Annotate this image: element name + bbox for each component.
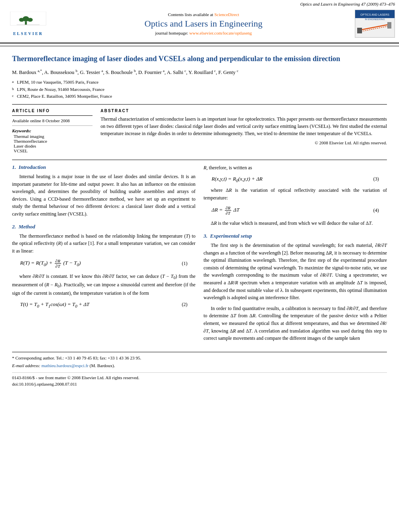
keyword-vcsel: VCSEL <box>14 148 93 153</box>
svg-rect-12 <box>357 28 362 33</box>
article-title: Thermoreflectance imaging of laser diode… <box>12 54 387 64</box>
section-1-heading: 1. Introduction <box>12 164 195 170</box>
footer-ref-1: 0143-8166/$ - see front matter © 2008 El… <box>12 374 387 381</box>
abstract-label: ABSTRACT <box>101 109 387 113</box>
eq1-fraction: ∂R ∂T <box>55 259 61 269</box>
keyword-thermal: Thermal imaging <box>14 134 93 139</box>
author-sup-a3: a <box>163 69 165 73</box>
header-logos-row: ELSEVIER Contents lists available at Sci… <box>0 7 399 40</box>
equation-1-block: R(T) = R(T0) + ∂R ∂T (T − T0) (1) <box>20 259 187 269</box>
equation-3-content: R(x,y,t) = R0(x,y,t) + ΔR <box>212 176 263 183</box>
author-sup-c1: c <box>185 69 186 73</box>
main-col-left: 1. Introduction Internal heating is a ma… <box>12 164 195 345</box>
footnote-2: E-mail address: mathieu.bardoux@espci.fr… <box>12 362 387 369</box>
section-2-heading: 2. Method <box>12 224 195 230</box>
article-info-label: ARTICLE INFO <box>12 109 93 113</box>
journal-ref: Optics and Lasers in Engineering 47 (200… <box>0 0 399 7</box>
journal-logo-svg: OPTICS AND LASERS IN ENGINEERING <box>355 10 395 37</box>
col-article-info: ARTICLE INFO Available online 8 October … <box>12 109 93 153</box>
affil-text-a: LPEM, 10 rue Vauquelin, 75005 Paris, Fra… <box>17 79 99 86</box>
email-link[interactable]: mathieu.bardoux@espci.fr <box>41 363 88 368</box>
journal-ref-text: Optics and Lasers in Engineering 47 (200… <box>300 2 395 6</box>
equation-4-content: ΔR = ∂R ∂T ΔT <box>212 205 239 216</box>
right-para-after-eq4: ΔR is the value which is measured, and f… <box>204 220 387 227</box>
equation-4-block: ΔR = ∂R ∂T ΔT (4) <box>212 205 379 216</box>
method-para-2: where ∂R/∂T is constant. If we know this… <box>12 273 195 297</box>
author-sup-a2: a <box>101 69 103 73</box>
equation-1-number: (1) <box>182 261 187 267</box>
equation-1-content: R(T) = R(T0) + ∂R ∂T (T − T0) <box>20 259 81 269</box>
equation-4-number: (4) <box>373 207 379 214</box>
keywords-label: Keywords: <box>12 128 93 133</box>
equation-2-content: T(t) = T0 + T1cos(ωt) = T0 + ΔT <box>20 301 89 308</box>
journal-logo-right: OPTICS AND LASERS IN ENGINEERING <box>355 10 395 38</box>
svg-text:OPTICS AND LASERS: OPTICS AND LASERS <box>360 13 389 16</box>
footnote-1: * Corresponding author. Tel.: +33 1 40 7… <box>12 355 387 362</box>
homepage-link[interactable]: www.elsevier.com/locate/optlaseng <box>189 31 252 35</box>
affil-sup-a: a <box>12 79 16 84</box>
eq4-fraction: ∂R ∂T <box>225 205 231 216</box>
method-para-1: The thermoreflectance method is based on… <box>12 232 195 255</box>
right-para-after-eq3: where ΔR is the variation of optical ref… <box>204 187 387 201</box>
equation-2-number: (2) <box>182 302 187 308</box>
keyword-laser-diodes: Laser diodes <box>14 144 93 148</box>
svg-rect-13 <box>387 22 391 29</box>
exp-para-2: In order to find quantitative results, a… <box>204 305 387 342</box>
journal-homepage-line: journal homepage: www.elsevier.com/locat… <box>60 31 347 35</box>
svg-text:IN ENGINEERING: IN ENGINEERING <box>365 18 385 21</box>
abstract-text: Thermal characterization of semiconducto… <box>101 115 387 137</box>
svg-rect-1 <box>25 21 27 25</box>
right-intro-text: R, therefore, is written as <box>204 164 387 172</box>
page-header: Optics and Lasers in Engineering 47 (200… <box>0 0 399 46</box>
footer-refs: 0143-8166/$ - see front matter © 2008 El… <box>12 372 387 388</box>
affil-item-c: c CEM2, Place E. Bataillon, 34095 Montpe… <box>12 93 387 100</box>
elsevier-name: ELSEVIER <box>13 31 43 36</box>
affil-sup-c: c <box>12 93 16 99</box>
homepage-text: journal homepage: <box>155 31 188 35</box>
author-sup-a: a,* <box>38 69 42 73</box>
footnote-area: * Corresponding author. Tel.: +33 1 40 7… <box>12 352 387 369</box>
copyright-line: © 2008 Elsevier Ltd. All rights reserved… <box>101 140 387 145</box>
main-two-col: 1. Introduction Internal heating is a ma… <box>12 164 387 345</box>
elsevier-logo-svg <box>6 12 50 31</box>
affil-sup-b: b <box>12 86 16 92</box>
affiliations: a LPEM, 10 rue Vauquelin, 75005 Paris, F… <box>12 79 387 100</box>
divider-2 <box>12 160 387 160</box>
author-sup-c2: c <box>214 69 216 73</box>
elsevier-logo: ELSEVIER <box>4 12 52 36</box>
sciencedirect-text: Contents lists available at <box>168 12 213 17</box>
article-body: Thermoreflectance imaging of laser diode… <box>0 46 399 396</box>
col-abstract: ABSTRACT Thermal characterization of sem… <box>101 109 387 153</box>
sciencedirect-link[interactable]: ScienceDirect <box>214 12 239 17</box>
intro-para: Internal heating is a major issue in the… <box>12 173 195 218</box>
svg-point-4 <box>27 18 33 22</box>
keyword-thermoreflectance: Thermoreflectance <box>14 139 93 144</box>
header-divider <box>0 43 399 43</box>
available-online: Available online 8 October 2008 <box>12 118 93 126</box>
author-sup-b2: b <box>134 69 136 73</box>
equation-3-number: (3) <box>373 176 379 182</box>
article-info-hr <box>12 115 93 116</box>
affil-item-a: a LPEM, 10 rue Vauquelin, 75005 Paris, F… <box>12 79 387 86</box>
affil-text-b: LPN, Route de Nozay, 91460 Marcoussis, F… <box>17 86 105 93</box>
author-sup-c3: c <box>237 69 239 73</box>
equation-3-block: R(x,y,t) = R0(x,y,t) + ΔR (3) <box>212 176 379 183</box>
main-col-right: R, therefore, is written as R(x,y,t) = R… <box>204 164 387 345</box>
affil-text-c: CEM2, Place E. Bataillon, 34095 Montpell… <box>17 93 112 100</box>
header-center: Contents lists available at ScienceDirec… <box>52 12 355 35</box>
author-sup-b1: b <box>76 69 78 73</box>
authors-line: M. Bardoux a,*, A. Bousseksou b, G. Tess… <box>12 68 387 76</box>
footer-ref-2: doi:10.1016/j.optlaseng.2008.07.011 <box>12 381 387 388</box>
divider-1 <box>12 104 387 105</box>
sciencedirect-line: Contents lists available at ScienceDirec… <box>60 12 347 17</box>
equation-2-block: T(t) = T0 + T1cos(ωt) = T0 + ΔT (2) <box>20 301 187 308</box>
exp-para-1: The first step is the determination of t… <box>204 242 387 302</box>
article-info-abstract-row: ARTICLE INFO Available online 8 October … <box>12 109 387 153</box>
journal-title-header: Optics and Lasers in Engineering <box>60 18 347 29</box>
svg-point-3 <box>19 18 24 22</box>
affil-item-b: b LPN, Route de Nozay, 91460 Marcoussis,… <box>12 86 387 93</box>
section-3-heading: 3. Experimental setup <box>204 233 387 239</box>
